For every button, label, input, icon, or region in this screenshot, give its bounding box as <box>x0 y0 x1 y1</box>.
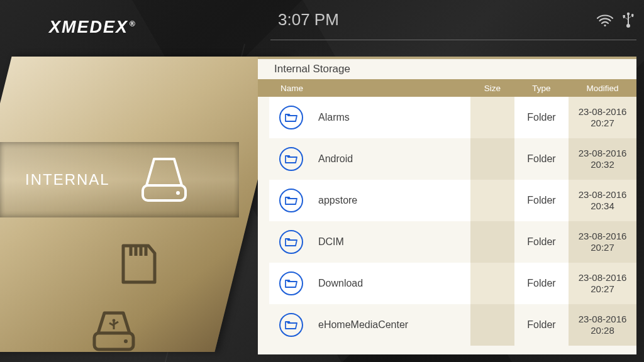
row-icon-cell <box>269 138 313 180</box>
file-panel: Internal Storage Name Size Type Modified… <box>258 57 636 354</box>
folder-icon <box>279 189 303 212</box>
cell-name: Android <box>313 138 470 180</box>
sidebar-item-internal[interactable]: INTERNAL <box>0 142 239 217</box>
cell-size <box>470 97 514 138</box>
table-row[interactable]: AndroidFolder23-08-2016 20:32 <box>258 138 636 180</box>
cell-type: Folder <box>514 97 569 138</box>
svg-point-13 <box>124 339 128 343</box>
table-row[interactable]: appstoreFolder23-08-2016 20:34 <box>258 180 636 221</box>
table-row[interactable]: DownloadFolder23-08-2016 20:27 <box>258 263 636 304</box>
folder-icon <box>279 106 303 129</box>
hard-drive-icon <box>135 154 193 206</box>
cell-type: Folder <box>514 221 569 263</box>
sidebar-item-label: INTERNAL <box>25 171 110 189</box>
cell-modified: 23-08-2016 20:27 <box>569 263 636 304</box>
svg-point-14 <box>113 319 116 322</box>
status-icons <box>596 12 634 28</box>
column-header-size[interactable]: Size <box>470 84 514 93</box>
svg-point-7 <box>176 191 180 195</box>
folder-icon <box>279 272 303 295</box>
folder-icon <box>279 313 303 337</box>
table-row[interactable]: DCIMFolder23-08-2016 20:27 <box>258 221 636 263</box>
wifi-icon <box>596 13 614 27</box>
clock: 3:07 PM <box>278 10 339 30</box>
folder-icon <box>279 230 303 254</box>
column-header-type[interactable]: Type <box>514 84 569 93</box>
table-row[interactable]: eHomeMediaCenterFolder23-08-2016 20:28 <box>258 304 636 346</box>
row-icon-cell <box>269 304 313 346</box>
sidebar-item-sdcard[interactable] <box>88 226 162 302</box>
table-row[interactable]: AlarmsFolder23-08-2016 20:27 <box>258 97 636 138</box>
cell-modified: 23-08-2016 20:27 <box>569 97 636 138</box>
column-header-name[interactable]: Name <box>280 84 470 93</box>
row-icon-cell <box>269 180 313 221</box>
registered-mark: ® <box>130 19 136 28</box>
table-header: Name Size Type Modified <box>258 79 636 97</box>
sidebar-item-network[interactable] <box>31 344 113 362</box>
brand-text: XMEDEX <box>49 18 128 36</box>
cell-modified: 23-08-2016 20:27 <box>569 221 636 263</box>
svg-point-3 <box>626 24 630 28</box>
cell-size <box>470 138 514 180</box>
panel-title: Internal Storage <box>258 59 636 79</box>
cell-size <box>470 180 514 221</box>
column-header-modified[interactable]: Modified <box>569 84 636 93</box>
cell-name: DCIM <box>313 221 470 263</box>
usb-icon <box>623 12 634 28</box>
cell-name: eHomeMediaCenter <box>313 304 470 346</box>
table-body: AlarmsFolder23-08-2016 20:27AndroidFolde… <box>258 97 636 346</box>
cell-modified: 23-08-2016 20:28 <box>569 304 636 346</box>
brand-logo: XMEDEX® <box>49 18 136 37</box>
svg-point-0 <box>604 24 606 26</box>
cell-size <box>470 304 514 346</box>
cell-modified: 23-08-2016 20:34 <box>569 180 636 221</box>
cell-name: Alarms <box>313 97 470 138</box>
cell-type: Folder <box>514 180 569 221</box>
cell-name: appstore <box>313 180 470 221</box>
cell-size <box>470 263 514 304</box>
cell-type: Folder <box>514 263 569 304</box>
cell-name: Download <box>313 263 470 304</box>
sd-card-icon <box>113 239 162 288</box>
row-icon-cell <box>269 263 313 304</box>
row-icon-cell <box>269 97 313 138</box>
top-bar: 3:07 PM <box>270 0 636 40</box>
row-icon-cell <box>269 221 313 263</box>
folder-icon <box>279 147 303 171</box>
cell-size <box>470 221 514 263</box>
svg-point-5 <box>631 14 634 16</box>
cell-type: Folder <box>514 304 569 346</box>
cell-type: Folder <box>514 138 569 180</box>
cell-modified: 23-08-2016 20:32 <box>569 138 636 180</box>
svg-rect-4 <box>623 15 625 17</box>
